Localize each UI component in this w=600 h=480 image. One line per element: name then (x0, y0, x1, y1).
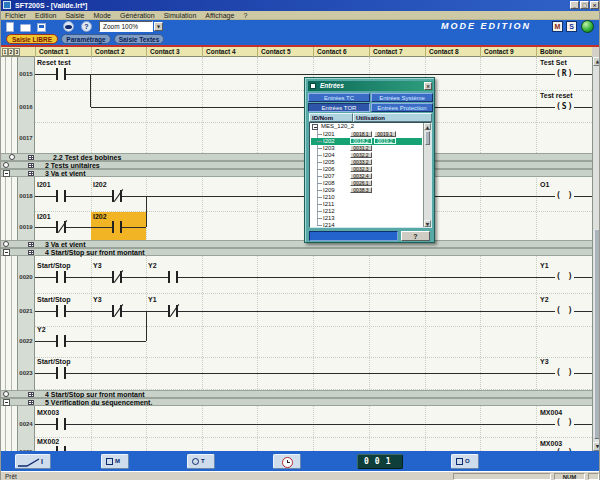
menu-simulation[interactable]: Simulation (164, 11, 197, 19)
usage-chip[interactable]: 0026.1 (350, 180, 372, 186)
insert-timer-button[interactable]: T (187, 454, 215, 469)
section-band[interactable]: 4 Start/Stop sur front montant (1, 248, 592, 256)
scroll-up-icon[interactable]: ▲ (424, 123, 431, 130)
dialog-close-button[interactable]: × (424, 82, 432, 90)
section-band[interactable]: 4 Start/Stop sur front montant (1, 390, 592, 398)
coil[interactable]: ( ) (555, 191, 574, 201)
tree-item[interactable]: I211 (323, 201, 334, 208)
header-bobine[interactable]: Bobine (536, 47, 592, 57)
header-contact-7[interactable]: Contact 7 (369, 47, 425, 57)
preview-eye-button[interactable] (63, 21, 74, 32)
contact-no[interactable] (56, 271, 66, 283)
menu-edition[interactable]: Edition (35, 11, 56, 19)
coil[interactable]: ( ) (555, 306, 574, 316)
menu-generation[interactable]: Génération (120, 11, 155, 19)
tree-item[interactable]: I201 (323, 131, 335, 138)
tree-root[interactable]: MES_120_2 (321, 123, 354, 130)
fold-circle-icon[interactable] (3, 391, 9, 397)
scroll-up-icon[interactable]: ▲ (593, 57, 600, 66)
status-ball-icon[interactable] (581, 20, 594, 33)
usage-chip[interactable]: 0031.2 (350, 145, 372, 151)
tree-collapse-icon[interactable] (312, 124, 318, 130)
contact-no-selected[interactable] (112, 221, 122, 233)
section-grid-icon[interactable] (28, 400, 34, 405)
help-button[interactable]: ? (81, 21, 92, 32)
rung-number[interactable]: 0018 (17, 192, 35, 200)
usage-chip[interactable]: 0019.1 (374, 131, 396, 137)
header-contact-9[interactable]: Contact 9 (480, 47, 536, 57)
rung-number[interactable]: 0017 (17, 134, 35, 142)
tree-item[interactable]: I204 (323, 152, 335, 159)
insert-output-button[interactable]: O (451, 454, 479, 469)
ladder-scrollbar[interactable]: ▲ ▼ (592, 57, 600, 451)
section-band[interactable]: 3 Va et vient (1, 240, 592, 248)
coil-set[interactable]: (S) (555, 102, 574, 112)
section-grid-icon[interactable] (28, 171, 34, 176)
tree-item[interactable]: I203 (323, 145, 335, 152)
section-grid-icon[interactable] (28, 392, 34, 397)
scroll-down-icon[interactable]: ▼ (593, 442, 600, 451)
menu-affichage[interactable]: Affichage (205, 11, 234, 19)
usage-chip[interactable]: 0033.2 (350, 159, 372, 165)
fold-collapse-icon[interactable] (3, 399, 10, 406)
section-band[interactable]: 2 Tests unitaires (1, 161, 592, 169)
zoom-dropdown-arrow[interactable]: ▼ (154, 22, 163, 31)
contact-nc[interactable] (112, 271, 122, 283)
dialog-title-bar[interactable]: Entrées × (308, 81, 433, 91)
scrollbar-thumb[interactable] (425, 131, 430, 145)
tree-item[interactable]: I213 (323, 215, 335, 222)
tree-item[interactable]: I209 (323, 187, 335, 194)
tree-item[interactable]: I210 (323, 194, 335, 201)
tree-item[interactable]: I212 (323, 208, 335, 215)
tab-parametrage[interactable]: Paramétrage (61, 34, 111, 44)
contact-no[interactable] (56, 335, 66, 347)
tree-item[interactable]: I214 (323, 222, 335, 228)
insert-memory-button[interactable]: M (101, 454, 129, 469)
usage-chip[interactable]: 0032.3 (350, 166, 372, 172)
contact-nc[interactable] (168, 305, 178, 317)
open-file-icon[interactable] (20, 24, 31, 32)
header-contact-8[interactable]: Contact 8 (425, 47, 480, 57)
menu-help[interactable]: ? (243, 11, 247, 19)
tab-saisie-textes[interactable]: Saisie Textes (114, 34, 164, 44)
contact-no[interactable] (56, 305, 66, 317)
insert-counter-button[interactable]: 001 (357, 454, 403, 469)
coil-reset[interactable]: (R) (555, 69, 574, 79)
fold-collapse-icon[interactable] (3, 170, 10, 177)
section-band[interactable]: 3 Va et vient (1, 169, 592, 177)
usage-chip[interactable]: 0018.1 (350, 131, 372, 137)
zoom-select[interactable]: Zoom 100% (99, 21, 153, 32)
contact-no[interactable] (56, 68, 66, 80)
rung-number[interactable]: 0015 (17, 70, 35, 78)
section-grid-icon[interactable] (28, 163, 34, 168)
contact-no[interactable] (56, 367, 66, 379)
header-contact-1[interactable]: Contact 1 (35, 47, 91, 57)
tree-item[interactable]: I208 (323, 180, 335, 187)
rung-number[interactable]: 0016 (17, 103, 35, 111)
usage-chip[interactable]: 0018.2 (350, 138, 372, 144)
section-grid-icon[interactable] (28, 250, 34, 255)
list-header-id[interactable]: ID/Nom (309, 113, 353, 122)
list-scrollbar[interactable]: ▲ ▼ (423, 123, 431, 227)
view-level-3-button[interactable]: 3 (14, 48, 20, 56)
menu-mode[interactable]: Mode (94, 11, 112, 19)
btn-entrees-tor[interactable]: Entrées TOR (308, 103, 370, 112)
contact-no[interactable] (56, 418, 66, 430)
maximize-button[interactable]: □ (580, 1, 589, 9)
fold-collapse-icon[interactable] (3, 249, 10, 256)
insert-clock-button[interactable] (273, 454, 301, 469)
s-badge-button[interactable]: S (566, 21, 577, 32)
rung-number[interactable]: 0021 (17, 307, 35, 315)
usage-chip[interactable]: 0019.2 (374, 138, 396, 144)
new-file-icon[interactable] (6, 22, 14, 32)
rung-number[interactable]: 0022 (17, 337, 35, 345)
scroll-down-icon[interactable]: ▼ (424, 220, 431, 227)
header-contact-5[interactable]: Contact 5 (257, 47, 313, 57)
contact-no[interactable] (56, 190, 66, 202)
close-button[interactable]: × (590, 1, 599, 9)
menu-fichier[interactable]: Fichier (5, 11, 26, 19)
minimize-button[interactable]: _ (570, 1, 579, 9)
usage-chip[interactable]: 0032.2 (350, 152, 372, 158)
usage-chip[interactable]: 0038.3 (350, 187, 372, 193)
rung-number[interactable]: 0019 (17, 223, 35, 231)
